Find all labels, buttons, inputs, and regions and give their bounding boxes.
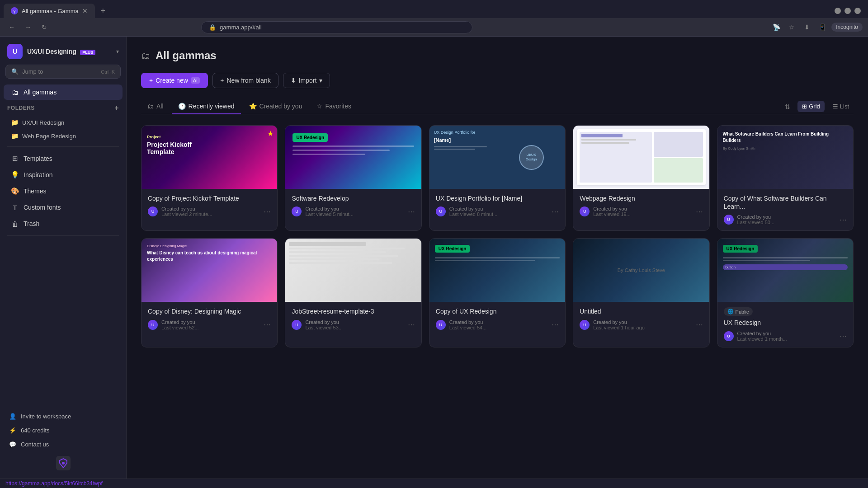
card-more-button[interactable]: ⋯ [552,207,559,216]
sidebar-credits[interactable]: ⚡ 640 credits [4,423,123,437]
import-button[interactable]: ⬇ Import ▾ [283,73,330,88]
card-time: Last viewed 8 minut... [449,211,548,217]
workspace-header[interactable]: U UX/UI Designing PLUS ▾ [0,37,126,65]
card-title: Copy of Project Kickoff Template [148,194,271,202]
sidebar-item-all-gammas[interactable]: 🗂 All gammas [4,84,123,100]
card-meta: U Created by you Last viewed 5 minut... … [292,206,415,217]
svg-point-1 [62,462,65,465]
card-copy-project-kickoff[interactable]: Project Project KickoffTemplate ★ Copy o… [141,125,278,231]
card-thumbnail: Disney: Designing Magic What Disney can … [142,239,277,302]
folders-header: Folders + [7,104,119,112]
invite-icon: 👤 [9,413,16,420]
card-title: UX Redesign [724,319,847,327]
bookmark-star-icon[interactable]: ☆ [785,21,798,33]
sidebar-item-custom-fonts[interactable]: T Custom fonts [4,200,123,215]
card-more-button[interactable]: ⋯ [264,207,271,216]
workspace-info: UX/UI Designing PLUS [27,47,112,56]
card-untitled[interactable]: By Cathy Louis Steve Untitled U Created … [573,238,709,347]
address-bar[interactable]: 🔒 gamma.app/#all [201,21,472,33]
create-new-button[interactable]: + Create new AI [141,73,208,88]
card-thumbnail [285,239,421,302]
incognito-badge[interactable]: Incognito [831,23,863,32]
new-tab-button[interactable]: + [97,5,109,17]
card-meta: U Created by you Last viewed 50... ⋯ [724,214,847,225]
card-body: Copy of Disney: Designing Magic U Create… [142,302,277,335]
import-label: Import [299,77,317,84]
card-disney-designing-magic[interactable]: Disney: Designing Magic What Disney can … [141,238,278,347]
download-icon[interactable]: ⬇ [801,21,813,33]
card-more-button[interactable]: ⋯ [840,332,847,340]
grid-view-button[interactable]: ⊞ Grid [797,101,825,112]
card-meta-text: Created by you Last viewed 2 minute... [161,206,260,217]
filter-tab-recently-viewed[interactable]: 🕐 Recently viewed [172,99,241,114]
card-copy-ux-redesign[interactable]: UX Redesign Copy of UX Redesign U Create… [429,238,566,347]
sidebar-item-label: Templates [24,155,52,162]
card-more-button[interactable]: ⋯ [696,207,703,216]
sidebar-contact-us[interactable]: 💬 Contact us [4,437,123,451]
card-software-redevelop[interactable]: UX Redesign Software Redevelop U Created… [285,125,421,231]
tab-close-button[interactable]: ✕ [82,7,88,14]
public-label: Public [736,309,749,314]
forward-button[interactable]: → [22,21,34,33]
new-from-blank-button[interactable]: + New from blank [212,73,278,88]
card-more-button[interactable]: ⋯ [552,320,559,329]
sidebar-invite-workspace[interactable]: 👤 Invite to workspace [4,409,123,423]
contact-icon: 💬 [9,441,16,448]
import-icon: ⬇ [291,77,296,84]
avatar: U [292,320,302,330]
card-more-button[interactable]: ⋯ [408,207,415,216]
url-text: gamma.app/#all [220,24,262,31]
back-button[interactable]: ← [5,21,18,33]
folder-label: UX/UI Redesign [22,119,64,126]
card-more-button[interactable]: ⋯ [264,320,271,329]
device-icon[interactable]: 📱 [816,21,829,33]
sidebar-item-webpage-redesign[interactable]: 📁 Web Page Redesign [4,130,123,142]
card-time: Last viewed 5 minut... [305,211,404,217]
action-bar: + Create new AI + New from blank ⬇ Impor… [141,73,854,88]
card-thumbnail: UX Design Portfolio for [Name] UI/UXDesi… [429,126,565,189]
card-thumbnail: UX Redesign [429,239,565,302]
card-body: 🌐 Public UX Redesign U Created by you La… [717,302,853,347]
card-more-button[interactable]: ⋯ [696,320,703,329]
filter-tab-created-by-you[interactable]: ⭐ Created by you [243,99,309,114]
search-bar[interactable]: 🔍 Jump to Ctrl+K [5,65,121,79]
card-meta: U Created by you Last viewed 54... ⋯ [436,319,559,330]
add-folder-button[interactable]: + [114,104,119,112]
chevron-down-icon: ▾ [116,48,119,55]
avatar: U [148,320,158,330]
app-container: U UX/UI Designing PLUS ▾ 🔍 Jump to Ctrl+… [0,37,868,479]
card-more-button[interactable]: ⋯ [408,320,415,329]
list-view-button[interactable]: ☰ List [828,101,854,112]
sidebar-item-templates[interactable]: ⊞ Templates [4,151,123,166]
sidebar-item-inspiration[interactable]: 💡 Inspiration [4,167,123,183]
main-content: 🗂 All gammas + Create new AI + New from … [127,37,868,479]
filter-tab-favorites[interactable]: ☆ Favorites [310,99,358,114]
active-tab[interactable]: γ All gammas - Gamma ✕ [4,4,95,18]
grid-label: Grid [809,103,820,110]
card-more-button[interactable]: ⋯ [840,216,847,224]
maximize-button[interactable] [844,8,851,14]
card-body: Copy of Project Kickoff Template U Creat… [142,189,277,222]
card-jobstreet-resume[interactable]: JobStreet-resume-template-3 U Created by… [285,238,421,347]
card-webpage-redesign[interactable]: Webpage Redesign U Created by you Last v… [573,125,709,231]
filter-tab-all[interactable]: 🗂 All [141,99,170,114]
sort-button[interactable]: ⇅ [781,101,794,112]
sidebar-item-uxui-redesign[interactable]: 📁 UX/UI Redesign [4,116,123,129]
sidebar-item-themes[interactable]: 🎨 Themes [4,183,123,199]
folders-label: Folders [7,105,35,111]
card-ux-redesign[interactable]: UX Redesign button 🌐 Public UX Redesign … [717,238,854,347]
close-button[interactable] [854,8,861,14]
cast-icon[interactable]: 📡 [770,21,783,33]
card-meta-text: Created by you Last viewed 19... [593,206,692,217]
reload-button[interactable]: ↻ [38,21,51,33]
card-title: UX Design Portfolio for [Name] [436,194,559,202]
card-copy-software-builders[interactable]: What Software Builders Can Learn From Bu… [717,125,854,231]
folder-icon: 📁 [11,132,19,140]
cards-grid: Project Project KickoffTemplate ★ Copy o… [141,125,854,347]
card-ux-design-portfolio[interactable]: UX Design Portfolio for [Name] UI/UXDesi… [429,125,566,231]
public-icon: 🌐 [727,309,734,314]
toolbar-icons: 📡 ☆ ⬇ 📱 Incognito [770,21,863,33]
minimize-button[interactable] [835,8,841,14]
sidebar-item-trash[interactable]: 🗑 Trash [4,216,123,231]
sidebar-item-label: Inspiration [24,171,53,178]
